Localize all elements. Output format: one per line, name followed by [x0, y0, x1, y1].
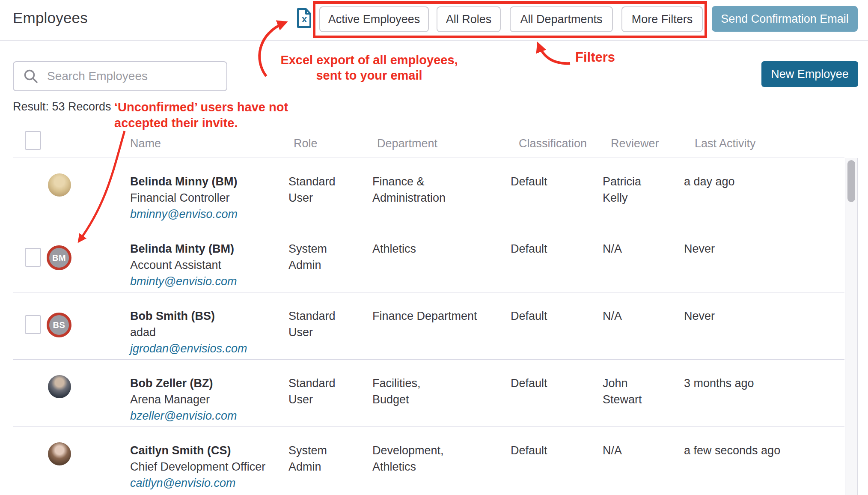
annotation-excel-note-line2: sent to your email [270, 68, 469, 83]
excel-export-icon[interactable]: x [296, 8, 312, 28]
role-cell: System Admin [288, 241, 366, 273]
topbar-divider [0, 40, 868, 41]
classification-cell: Default [511, 375, 596, 391]
column-header-reviewer: Reviewer [611, 137, 659, 150]
table-row[interactable]: Belinda Minny (BM) Financial Controller … [0, 158, 844, 225]
column-header-role: Role [294, 137, 318, 150]
filter-all-departments-label: All Departments [520, 13, 602, 26]
employee-job-title: adad [130, 324, 286, 340]
search-box [13, 61, 227, 91]
filter-all-departments[interactable]: All Departments [510, 6, 613, 32]
reviewer-line: Kelly [603, 190, 682, 206]
employee-name: Bob Zeller (BZ) [130, 375, 286, 391]
avatar-initials-text: BS [53, 320, 65, 330]
role-cell: Standard User [288, 308, 366, 340]
classification-cell: Default [511, 173, 596, 190]
row-checkbox[interactable] [25, 248, 41, 267]
new-employee-button[interactable]: New Employee [761, 61, 858, 87]
filter-active-employees-label: Active Employees [328, 13, 420, 26]
last-activity-cell: Never [684, 241, 832, 257]
row-divider [13, 494, 844, 494]
role-line: Admin [288, 459, 366, 475]
search-icon [23, 69, 39, 84]
reviewer-line: N/A [603, 442, 682, 459]
employee-job-title: Chief Development Officer [130, 459, 286, 475]
filter-all-roles-label: All Roles [446, 13, 492, 26]
department-line: Athletics [372, 241, 507, 257]
avatar-unconfirmed: BS [47, 313, 71, 337]
role-line: User [288, 391, 366, 408]
classification-cell: Default [511, 241, 596, 257]
send-confirmation-email-button[interactable]: Send Confirmation Email [712, 6, 858, 32]
employee-job-title: Arena Manager [130, 391, 286, 408]
table-row[interactable]: BM Belinda Minty (BM) Account Assistant … [0, 225, 844, 292]
avatar [48, 173, 71, 197]
reviewer-line: N/A [603, 241, 682, 257]
employee-email-link[interactable]: bminty@envisio.com [130, 273, 286, 289]
employee-job-title: Financial Controller [130, 190, 286, 206]
employee-job-title: Account Assistant [130, 257, 286, 273]
scrollbar-track[interactable] [845, 158, 858, 495]
search-input[interactable] [47, 69, 218, 83]
last-activity-cell: a day ago [684, 173, 832, 190]
annotation-excel-note-line1: Excel export of all employees, [270, 52, 469, 68]
department-cell: Finance & Administration [372, 173, 507, 206]
results-summary: Result: 53 Records [13, 100, 111, 113]
column-header-classification: Classification [519, 137, 587, 150]
employee-email-link[interactable]: caitlyn@envisio.com [130, 475, 286, 491]
reviewer-line: N/A [603, 308, 682, 324]
avatar [48, 442, 71, 465]
filter-active-employees[interactable]: Active Employees [319, 6, 429, 32]
role-cell: Standard User [288, 173, 366, 206]
table-row[interactable]: Bob Zeller (BZ) Arena Manager bzeller@en… [0, 360, 844, 427]
role-cell: System Admin [288, 442, 366, 475]
role-line: System [288, 442, 366, 459]
avatar-unconfirmed: BM [47, 245, 71, 270]
reviewer-cell: John Stewart [603, 375, 682, 408]
department-line: Finance & [372, 173, 507, 190]
employee-email-link[interactable]: bminny@enviso.com [130, 206, 286, 222]
last-activity-cell: 3 months ago [684, 375, 832, 391]
table-row[interactable]: BS Bob Smith (BS) adad jgrodan@envisios.… [0, 292, 844, 360]
filter-all-roles[interactable]: All Roles [437, 6, 501, 32]
reviewer-line: Patricia [603, 173, 682, 190]
employee-name: Belinda Minty (BM) [130, 241, 286, 257]
annotation-unconfirmed-line2: accepted their invite. [114, 115, 238, 131]
reviewer-cell: N/A [603, 241, 682, 257]
filter-more-filters[interactable]: More Filters [621, 6, 703, 32]
department-cell: Facilities, Budget [372, 375, 507, 408]
role-line: Standard [288, 375, 366, 391]
arrow-to-filters [538, 44, 570, 63]
name-cell: Bob Smith (BS) adad jgrodan@envisios.com [130, 308, 286, 357]
last-activity-cell: Never [684, 308, 832, 324]
department-line: Budget [372, 391, 507, 408]
select-all-checkbox[interactable] [25, 131, 41, 150]
column-header-last-activity: Last Activity [695, 137, 756, 150]
table-row[interactable]: Caitlyn Smith (CS) Chief Development Off… [0, 427, 844, 494]
department-line: Administration [372, 190, 507, 206]
last-activity-cell: a few seconds ago [684, 442, 832, 459]
department-cell: Finance Department [372, 308, 507, 324]
scrollbar-thumb[interactable] [847, 160, 855, 202]
send-confirmation-email-label: Send Confirmation Email [721, 12, 849, 26]
employee-name: Bob Smith (BS) [130, 308, 286, 324]
employee-email-link[interactable]: jgrodan@envisios.com [130, 340, 286, 357]
department-line: Facilities, [372, 375, 507, 391]
role-cell: Standard User [288, 375, 366, 408]
annotation-unconfirmed-line1: ‘Unconfirmed’ users have not [114, 99, 288, 115]
reviewer-line: John [603, 375, 682, 391]
department-line: Development, [372, 442, 507, 459]
reviewer-cell: N/A [603, 308, 682, 324]
employee-email-link[interactable]: bzeller@envisio.com [130, 408, 286, 424]
role-line: User [288, 190, 366, 206]
department-cell: Development, Athletics [372, 442, 507, 475]
name-cell: Caitlyn Smith (CS) Chief Development Off… [130, 442, 286, 491]
name-cell: Bob Zeller (BZ) Arena Manager bzeller@en… [130, 375, 286, 424]
reviewer-line: Stewart [603, 391, 682, 408]
role-line: User [288, 324, 366, 340]
classification-cell: Default [511, 308, 596, 324]
row-checkbox[interactable] [25, 315, 41, 334]
reviewer-cell: Patricia Kelly [603, 173, 682, 206]
page-title: Employees [13, 9, 88, 27]
department-line: Athletics [372, 459, 507, 475]
